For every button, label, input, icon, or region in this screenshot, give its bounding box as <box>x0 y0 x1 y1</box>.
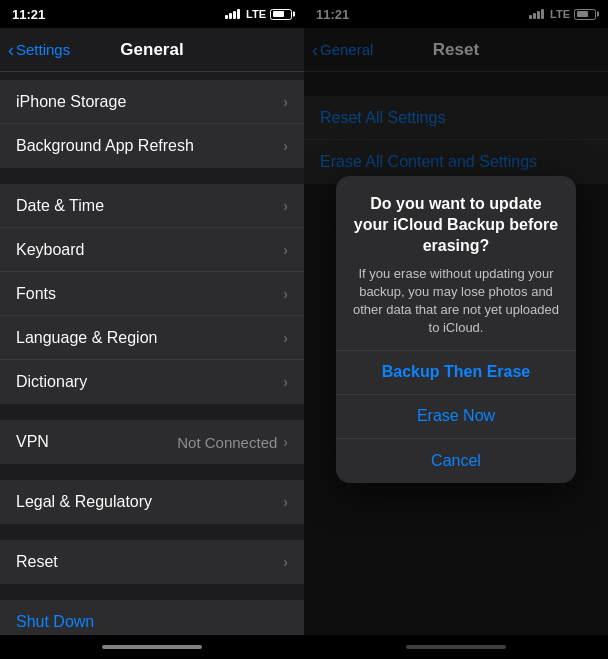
chevron-right-icon: › <box>283 286 288 302</box>
vpn-label: VPN <box>16 433 177 451</box>
nav-title-left: General <box>120 40 183 60</box>
battery-icon-left <box>270 9 292 20</box>
section-reset: Reset › <box>0 540 304 584</box>
modal-actions: Backup Then Erase Erase Now Cancel <box>336 351 576 483</box>
chevron-right-icon: › <box>283 242 288 258</box>
reset-label: Reset <box>16 553 283 571</box>
modal-title: Do you want to update your iCloud Backup… <box>352 194 560 256</box>
section-storage: iPhone Storage › Background App Refresh … <box>0 80 304 168</box>
background-app-refresh-label: Background App Refresh <box>16 137 283 155</box>
divider-5 <box>0 584 304 592</box>
language-region-label: Language & Region <box>16 329 283 347</box>
home-bar-left <box>102 645 202 649</box>
cancel-button[interactable]: Cancel <box>336 439 576 483</box>
back-button-left[interactable]: ‹ Settings <box>8 41 70 59</box>
chevron-right-icon: › <box>283 374 288 390</box>
home-indicator-left <box>0 635 304 659</box>
section-shutdown: Shut Down <box>0 600 304 635</box>
section-date-keyboard: Date & Time › Keyboard › Fonts › Languag… <box>0 184 304 404</box>
chevron-right-icon: › <box>283 94 288 110</box>
shutdown-label: Shut Down <box>16 613 94 631</box>
fonts-label: Fonts <box>16 285 283 303</box>
status-icons-left: LTE <box>225 8 292 20</box>
cancel-label: Cancel <box>431 452 481 470</box>
row-background-app-refresh[interactable]: Background App Refresh › <box>0 124 304 168</box>
modal-content: Do you want to update your iCloud Backup… <box>336 176 576 350</box>
divider-3 <box>0 464 304 472</box>
back-label-left: Settings <box>16 41 70 58</box>
signal-bars-left <box>225 9 240 19</box>
row-fonts[interactable]: Fonts › <box>0 272 304 316</box>
backup-then-erase-label: Backup Then Erase <box>382 363 531 381</box>
row-date-time[interactable]: Date & Time › <box>0 184 304 228</box>
backup-then-erase-button[interactable]: Backup Then Erase <box>336 351 576 395</box>
divider-1 <box>0 168 304 176</box>
chevron-right-icon: › <box>283 330 288 346</box>
battery-fill-left <box>273 11 285 17</box>
chevron-right-icon: › <box>283 434 288 450</box>
modal-overlay: Do you want to update your iCloud Backup… <box>304 0 608 659</box>
chevron-right-icon: › <box>283 138 288 154</box>
row-reset[interactable]: Reset › <box>0 540 304 584</box>
status-time-left: 11:21 <box>12 7 45 22</box>
status-bar-left: 11:21 LTE <box>0 0 304 28</box>
keyboard-label: Keyboard <box>16 241 283 259</box>
left-panel: 11:21 LTE ‹ Settings General iPhone Sto <box>0 0 304 659</box>
modal-box: Do you want to update your iCloud Backup… <box>336 176 576 482</box>
row-shutdown[interactable]: Shut Down <box>0 600 304 635</box>
divider-4 <box>0 524 304 532</box>
nav-bar-left: ‹ Settings General <box>0 28 304 72</box>
vpn-value: Not Connected <box>177 434 277 451</box>
right-panel: 11:21 LTE ‹ General Reset Reset All Sett… <box>304 0 608 659</box>
section-vpn: VPN Not Connected › <box>0 420 304 464</box>
row-legal[interactable]: Legal & Regulatory › <box>0 480 304 524</box>
section-legal: Legal & Regulatory › <box>0 480 304 524</box>
left-scroll-area: iPhone Storage › Background App Refresh … <box>0 72 304 635</box>
row-keyboard[interactable]: Keyboard › <box>0 228 304 272</box>
legal-label: Legal & Regulatory <box>16 493 283 511</box>
row-language-region[interactable]: Language & Region › <box>0 316 304 360</box>
dictionary-label: Dictionary <box>16 373 283 391</box>
chevron-right-icon: › <box>283 494 288 510</box>
modal-message: If you erase without updating your backu… <box>352 265 560 338</box>
erase-now-label: Erase Now <box>417 407 495 425</box>
date-time-label: Date & Time <box>16 197 283 215</box>
erase-now-button[interactable]: Erase Now <box>336 395 576 439</box>
row-dictionary[interactable]: Dictionary › <box>0 360 304 404</box>
iphone-storage-label: iPhone Storage <box>16 93 283 111</box>
divider-2 <box>0 404 304 412</box>
chevron-right-icon: › <box>283 554 288 570</box>
row-iphone-storage[interactable]: iPhone Storage › <box>0 80 304 124</box>
chevron-left-icon: ‹ <box>8 41 14 59</box>
lte-label-left: LTE <box>246 8 266 20</box>
chevron-right-icon: › <box>283 198 288 214</box>
row-vpn[interactable]: VPN Not Connected › <box>0 420 304 464</box>
